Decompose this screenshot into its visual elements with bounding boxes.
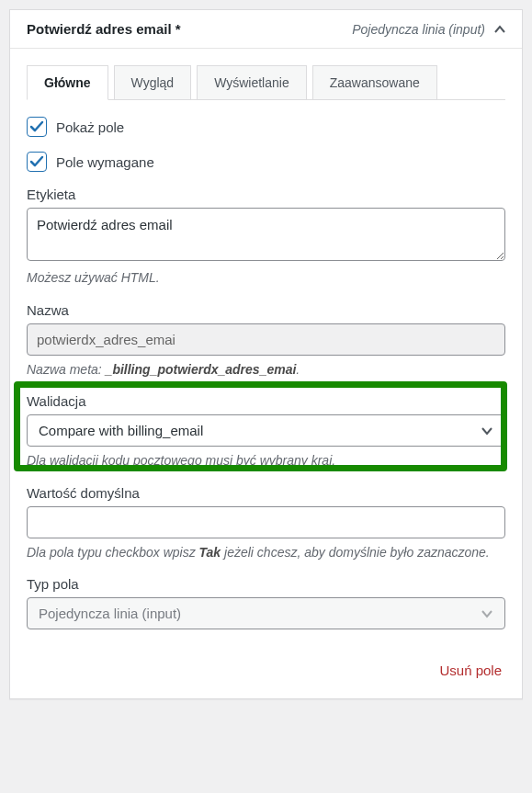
nazwa-label: Nazwa bbox=[27, 302, 505, 318]
default-row: Wartość domyślna Dla pola typu checkbox … bbox=[27, 485, 505, 562]
type-value: Pojedyncza linia (input) bbox=[39, 606, 181, 621]
chevron-down-icon bbox=[481, 423, 493, 438]
tab-advanced[interactable]: Zaawansowane bbox=[312, 65, 437, 100]
required-label: Pole wymagane bbox=[56, 154, 154, 170]
etykieta-row: Etykieta Potwierdź adres email Możesz uż… bbox=[27, 187, 505, 288]
card-header[interactable]: Potwierdź adres email * Pojedyncza linia… bbox=[10, 10, 522, 49]
default-help: Dla pola typu checkbox wpisz Tak jeżeli … bbox=[27, 544, 505, 562]
default-help-prefix: Dla pola typu checkbox wpisz bbox=[27, 545, 199, 560]
walidacja-row: Walidacja Compare with billing_email Dla… bbox=[27, 393, 505, 470]
type-select-disabled: Pojedyncza linia (input) bbox=[27, 597, 505, 629]
chevron-down-icon bbox=[481, 606, 493, 621]
walidacja-help: Dla walidacji kodu pocztowego musi być w… bbox=[27, 452, 505, 470]
tabs: Główne Wygląd Wyświetlanie Zaawansowane bbox=[27, 65, 505, 100]
default-help-suffix: jeżeli chcesz, aby domyślnie było zaznac… bbox=[221, 545, 490, 560]
card-body: Główne Wygląd Wyświetlanie Zaawansowane … bbox=[10, 49, 522, 646]
nazwa-input bbox=[27, 323, 505, 356]
default-help-bold: Tak bbox=[199, 545, 221, 560]
required-checkbox[interactable] bbox=[27, 152, 47, 172]
etykieta-label: Etykieta bbox=[27, 187, 505, 202]
walidacja-select[interactable]: Compare with billing_email bbox=[27, 414, 505, 447]
collapse-up-icon[interactable] bbox=[494, 25, 505, 34]
tab-appearance[interactable]: Wygląd bbox=[114, 65, 192, 100]
card-title: Potwierdź adres email * bbox=[27, 21, 181, 37]
nazwa-meta-prefix: Nazwa meta: bbox=[27, 362, 106, 377]
required-row[interactable]: Pole wymagane bbox=[27, 152, 505, 172]
show-field-checkbox[interactable] bbox=[27, 117, 47, 137]
default-input[interactable] bbox=[27, 506, 505, 538]
delete-field-link[interactable]: Usuń pole bbox=[439, 663, 502, 678]
etykieta-help: Możesz używać HTML. bbox=[27, 269, 505, 288]
walidacja-value: Compare with billing_email bbox=[39, 423, 203, 438]
field-type-hint: Pojedyncza linia (input) bbox=[352, 22, 485, 37]
tab-display[interactable]: Wyświetlanie bbox=[197, 65, 307, 100]
nazwa-row: Nazwa Nazwa meta: _billing_potwierdx_adr… bbox=[27, 302, 505, 380]
card-header-right: Pojedyncza linia (input) bbox=[352, 22, 505, 37]
type-label: Typ pola bbox=[27, 576, 505, 592]
card-footer: Usuń pole bbox=[10, 646, 522, 698]
nazwa-meta-value: _billing_potwierdx_adres_emai bbox=[106, 362, 297, 377]
walidacja-label: Walidacja bbox=[27, 393, 505, 409]
etykieta-textarea[interactable]: Potwierdź adres email bbox=[27, 208, 505, 261]
field-settings-card: Potwierdź adres email * Pojedyncza linia… bbox=[9, 9, 523, 699]
show-field-row[interactable]: Pokaż pole bbox=[27, 117, 505, 137]
type-row: Typ pola Pojedyncza linia (input) bbox=[27, 576, 505, 629]
default-label: Wartość domyślna bbox=[27, 485, 505, 501]
show-field-label: Pokaż pole bbox=[56, 119, 124, 135]
tab-main[interactable]: Główne bbox=[27, 65, 108, 100]
nazwa-meta-help: Nazwa meta: _billing_potwierdx_adres_ema… bbox=[27, 361, 505, 380]
